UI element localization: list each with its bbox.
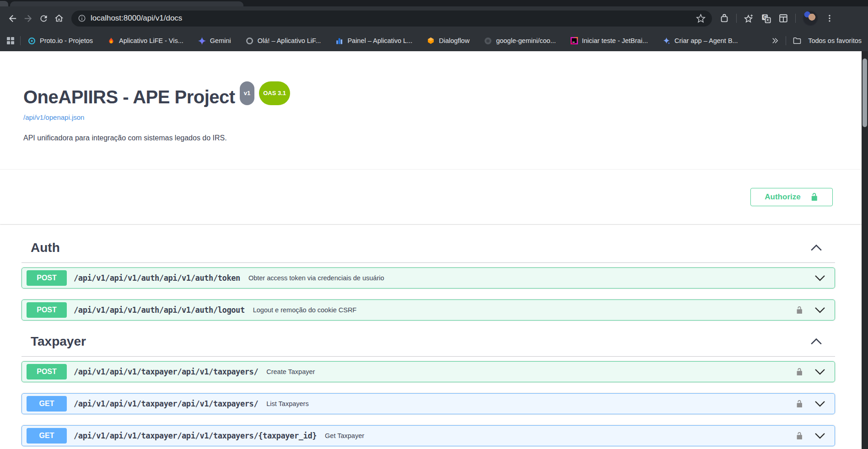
reload-icon <box>39 14 49 23</box>
scheme-container: Authorize <box>0 169 862 224</box>
authorize-label: Authorize <box>765 192 800 202</box>
bookmarks-right-group: Todos os favoritos <box>771 36 862 45</box>
chevron-up-icon[interactable] <box>810 337 822 346</box>
bar-chart-icon <box>335 37 343 45</box>
back-button[interactable] <box>5 11 20 26</box>
jetbrains-icon <box>571 37 578 44</box>
api-description: API unificadora para integração com sist… <box>23 134 835 142</box>
bookmarks-separator <box>20 36 21 45</box>
method-badge: GET <box>27 396 67 412</box>
flame-icon <box>108 37 115 45</box>
browser-toolbar: localhost:8000/api/v1/docs G <box>0 6 868 30</box>
operations-container: Auth POST /api/v1/api/v1/auth/api/v1/aut… <box>0 224 862 446</box>
partial-tab[interactable] <box>0 1 8 6</box>
scrollbar-thumb[interactable] <box>863 59 867 127</box>
operation-summary: Logout e remoção do cookie CSRF <box>253 306 357 314</box>
chevron-double-right-icon[interactable] <box>771 37 779 45</box>
authorize-button[interactable]: Authorize <box>750 188 833 206</box>
method-badge: POST <box>27 270 67 286</box>
toolbar-separator <box>795 14 796 23</box>
bookmark-item-4[interactable]: Olá! – Aplicativo LiF... <box>246 37 321 45</box>
chevron-down-icon[interactable] <box>814 306 825 314</box>
chevron-down-icon[interactable] <box>814 368 825 375</box>
bookmark-item-9[interactable]: Criar app – Agent B... <box>663 37 738 45</box>
operation-summary: Create Taxpayer <box>266 368 315 375</box>
operation-summary: List Taxpayers <box>266 400 308 407</box>
proto-io-icon <box>28 37 36 45</box>
profile-avatar[interactable] <box>803 11 818 26</box>
gray-ring-icon <box>246 37 253 45</box>
blue-sparkle-icon <box>663 37 670 45</box>
bookmark-sparkle-icon[interactable] <box>744 13 754 24</box>
reading-list-icon[interactable] <box>778 13 788 23</box>
apps-grid-icon[interactable] <box>6 37 15 45</box>
dark-circle-icon <box>484 37 492 45</box>
operation-path: /api/v1/api/v1/auth/api/v1/auth/logout <box>74 305 245 315</box>
unlocked-padlock-icon[interactable] <box>795 431 803 440</box>
operation-row-post[interactable]: POST /api/v1/api/v1/taxpayer/api/v1/taxp… <box>22 361 835 382</box>
tag-section-header[interactable]: Taxpayer <box>22 331 835 357</box>
unlocked-padlock-icon <box>810 192 819 201</box>
operation-path: /api/v1/api/v1/taxpayer/api/v1/taxpayers… <box>74 431 317 440</box>
operation-path: /api/v1/api/v1/taxpayer/api/v1/taxpayers… <box>74 399 258 408</box>
forward-icon <box>23 13 33 24</box>
bookmark-star-icon[interactable] <box>696 14 706 23</box>
method-badge: POST <box>27 364 67 380</box>
bookmark-item-7[interactable]: google-gemini/coo... <box>484 37 556 45</box>
gemini-sparkle-icon <box>198 37 206 45</box>
bookmarks-separator <box>786 36 786 45</box>
chevron-down-icon[interactable] <box>814 400 825 407</box>
browser-tab-strip <box>0 0 868 6</box>
folder-icon <box>793 36 802 45</box>
unlocked-padlock-icon[interactable] <box>795 399 803 408</box>
extensions-icon[interactable] <box>719 13 729 23</box>
bookmark-item-6[interactable]: Dialogflow <box>427 37 469 45</box>
back-icon <box>7 13 18 24</box>
chevron-down-icon[interactable] <box>814 274 825 282</box>
bookmarks-bar: Proto.io - Projetos Aplicativo LiFE - Vi… <box>0 30 868 51</box>
reload-button[interactable] <box>36 11 51 26</box>
tag-section-taxpayer: Taxpayer POST /api/v1/api/v1/taxpayer/ap… <box>22 331 835 446</box>
operation-row-post[interactable]: POST /api/v1/api/v1/auth/api/v1/auth/log… <box>22 299 835 321</box>
active-tab[interactable] <box>10 1 243 6</box>
api-info-block: OneAPIIRS - APE Projectv1OAS 3.1 /api/v1… <box>0 51 862 142</box>
bookmark-item-1[interactable]: Proto.io - Projetos <box>28 37 93 45</box>
page-info-icon[interactable] <box>78 14 86 22</box>
method-badge: GET <box>27 428 67 444</box>
chevron-up-icon[interactable] <box>810 244 822 252</box>
forward-button[interactable] <box>20 11 36 26</box>
tag-title: Auth <box>31 241 60 255</box>
swagger-page: OneAPIIRS - APE Projectv1OAS 3.1 /api/v1… <box>0 51 862 449</box>
oas-version-badge: OAS 3.1 <box>259 81 290 105</box>
tag-title: Taxpayer <box>31 334 86 349</box>
operation-summary: Get Taxpayer <box>325 432 364 439</box>
toolbar-separator <box>736 14 737 23</box>
operation-summary: Obter access token via credenciais de us… <box>248 274 384 282</box>
bookmark-item-8[interactable]: Iniciar teste - JetBrai... <box>571 37 648 44</box>
bookmark-item-3[interactable]: Gemini <box>198 37 231 45</box>
operation-path: /api/v1/api/v1/auth/api/v1/auth/token <box>74 273 240 283</box>
menu-dots-icon[interactable] <box>825 14 834 23</box>
home-button[interactable] <box>51 11 67 26</box>
bookmarks-list: Proto.io - Projetos Aplicativo LiFE - Vi… <box>28 37 771 45</box>
operation-row-post[interactable]: POST /api/v1/api/v1/auth/api/v1/auth/tok… <box>22 267 835 289</box>
api-title: OneAPIIRS - APE Projectv1OAS 3.1 <box>23 81 835 107</box>
unlocked-padlock-icon[interactable] <box>795 367 803 376</box>
operation-row-get[interactable]: GET /api/v1/api/v1/taxpayer/api/v1/taxpa… <box>22 425 835 446</box>
chevron-down-icon[interactable] <box>814 432 825 439</box>
bookmark-item-5[interactable]: Painel – Aplicativo L... <box>335 37 412 45</box>
operation-row-get[interactable]: GET /api/v1/api/v1/taxpayer/api/v1/taxpa… <box>22 393 835 414</box>
operation-path: /api/v1/api/v1/taxpayer/api/v1/taxpayers… <box>74 367 258 376</box>
address-bar[interactable]: localhost:8000/api/v1/docs <box>71 11 712 27</box>
url-text[interactable]: localhost:8000/api/v1/docs <box>91 14 696 23</box>
openapi-spec-link[interactable]: /api/v1/openapi.json <box>23 113 84 121</box>
bookmark-item-2[interactable]: Aplicativo LiFE - Vis... <box>108 37 183 45</box>
dialogflow-hexagon-icon <box>427 37 435 45</box>
page-scrollbar[interactable] <box>862 51 868 449</box>
unlocked-padlock-icon[interactable] <box>795 305 803 315</box>
all-favorites-label[interactable]: Todos os favoritos <box>808 37 862 44</box>
tag-section-header[interactable]: Auth <box>22 238 835 263</box>
method-badge: POST <box>27 302 67 318</box>
tag-section-auth: Auth POST /api/v1/api/v1/auth/api/v1/aut… <box>22 238 835 321</box>
translate-icon[interactable]: G <box>761 13 771 24</box>
